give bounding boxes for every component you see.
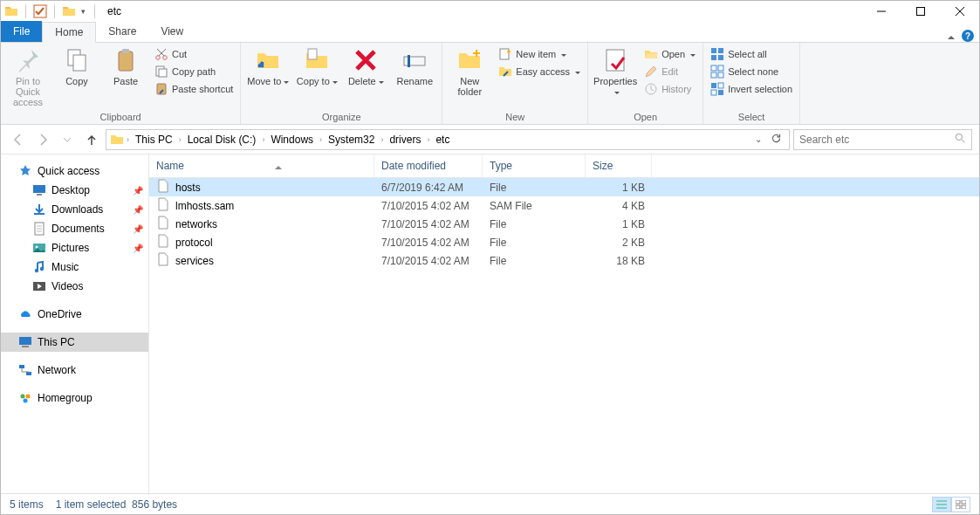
delete-button[interactable]: Delete (344, 45, 387, 111)
refresh-icon[interactable] (767, 133, 785, 147)
move-to-button[interactable]: Move to (246, 45, 290, 111)
history-button[interactable]: History (642, 81, 697, 97)
chevron-right-icon[interactable]: › (261, 135, 265, 144)
documents-icon (32, 222, 46, 236)
copy-to-icon (303, 46, 331, 74)
maximize-button[interactable] (901, 1, 940, 22)
file-icon (156, 179, 170, 196)
svg-rect-20 (718, 55, 723, 60)
svg-point-35 (35, 269, 38, 272)
new-item-button[interactable]: New item (497, 46, 582, 62)
pin-quick-access-button[interactable]: Pin to Quick access (6, 45, 50, 111)
breadcrumb[interactable]: etc (432, 134, 453, 146)
svg-rect-12 (404, 57, 425, 65)
thumbnails-view-button[interactable] (951, 497, 970, 512)
breadcrumb[interactable]: This PC (132, 134, 176, 146)
minimize-button[interactable] (861, 1, 901, 22)
cut-button[interactable]: Cut (153, 46, 235, 62)
edit-button[interactable]: Edit (642, 64, 697, 79)
svg-rect-41 (26, 372, 31, 375)
breadcrumb[interactable]: System32 (325, 134, 378, 146)
search-box[interactable] (793, 129, 972, 150)
nav-documents[interactable]: Documents📌 (1, 219, 148, 238)
pin-icon: 📌 (133, 244, 143, 253)
nav-homegroup[interactable]: Homegroup (1, 388, 148, 408)
easy-access-button[interactable]: Easy access (497, 64, 582, 79)
nav-videos[interactable]: Videos (1, 277, 148, 296)
column-name[interactable]: Name (149, 154, 374, 177)
rename-button[interactable]: Rename (393, 45, 436, 111)
address-dropdown-icon[interactable]: ⌄ (751, 134, 765, 144)
ribbon: Pin to Quick access Copy Paste Cut Copy … (1, 43, 979, 125)
nav-onedrive[interactable]: OneDrive (1, 305, 148, 324)
close-button[interactable] (940, 1, 979, 22)
nav-desktop[interactable]: Desktop📌 (1, 181, 148, 200)
downloads-icon (32, 203, 46, 216)
breadcrumb[interactable]: drivers (386, 134, 424, 146)
group-select: Select all Select none Invert selection … (703, 43, 800, 124)
svg-point-36 (40, 267, 44, 271)
file-row[interactable]: networks7/10/2015 4:02 AMFile1 KB (149, 215, 979, 233)
file-name: networks (175, 218, 217, 230)
group-new: New folder New item Easy access New (442, 43, 588, 124)
file-row[interactable]: hosts6/7/2019 6:42 AMFile1 KB (149, 178, 979, 196)
breadcrumb[interactable]: Windows (267, 134, 317, 146)
collapse-ribbon-icon[interactable] (948, 32, 955, 39)
properties-button[interactable]: Properties (593, 45, 637, 111)
search-icon[interactable] (955, 133, 966, 147)
select-none-button[interactable]: Select none (709, 64, 794, 79)
nav-quick-access[interactable]: Quick access (1, 161, 148, 181)
select-all-button[interactable]: Select all (709, 46, 794, 62)
column-size[interactable]: Size (586, 154, 652, 177)
qat-checkbox-icon[interactable] (33, 4, 47, 18)
chevron-right-icon[interactable]: › (126, 135, 130, 144)
sort-icon (275, 162, 282, 169)
details-view-button[interactable] (932, 497, 951, 512)
tab-home[interactable]: Home (42, 22, 96, 43)
column-date[interactable]: Date modified (374, 154, 483, 177)
tab-file[interactable]: File (1, 21, 42, 42)
tab-share[interactable]: Share (96, 21, 148, 42)
chevron-right-icon[interactable]: › (380, 135, 384, 144)
column-type[interactable]: Type (483, 154, 586, 177)
open-button[interactable]: Open (642, 46, 697, 62)
forward-button[interactable] (32, 129, 53, 150)
folder-icon (110, 133, 124, 147)
svg-rect-19 (711, 55, 716, 60)
chevron-right-icon[interactable]: › (178, 135, 182, 144)
file-row[interactable]: lmhosts.sam7/10/2015 4:02 AMSAM File4 KB (149, 196, 979, 215)
invert-selection-button[interactable]: Invert selection (709, 81, 794, 97)
copy-button[interactable]: Copy (55, 45, 99, 111)
chevron-right-icon[interactable]: › (319, 135, 323, 144)
nav-pictures[interactable]: Pictures📌 (1, 238, 148, 258)
recent-locations-button[interactable] (57, 129, 78, 150)
nav-downloads[interactable]: Downloads📌 (1, 200, 148, 219)
copy-to-button[interactable]: Copy to (295, 45, 339, 111)
svg-rect-38 (19, 337, 31, 345)
svg-rect-40 (19, 365, 24, 368)
nav-this-pc[interactable]: This PC (1, 333, 148, 352)
help-icon[interactable]: ? (962, 30, 974, 42)
file-size: 2 KB (586, 237, 652, 249)
svg-rect-1 (916, 8, 924, 16)
back-button[interactable] (8, 129, 29, 150)
new-folder-button[interactable]: New folder (448, 45, 491, 111)
paste-shortcut-button[interactable]: Paste shortcut (153, 81, 235, 97)
file-row[interactable]: services7/10/2015 4:02 AMFile18 KB (149, 251, 979, 270)
file-row[interactable]: protocol7/10/2015 4:02 AMFile2 KB (149, 233, 979, 251)
breadcrumb[interactable]: Local Disk (C:) (184, 134, 260, 146)
file-type: File (483, 182, 586, 194)
up-button[interactable] (81, 129, 102, 150)
nav-music[interactable]: Music (1, 258, 148, 277)
svg-rect-30 (33, 185, 45, 193)
window-title: etc (107, 5, 121, 17)
tab-view[interactable]: View (148, 21, 195, 42)
qat-dropdown-icon[interactable]: ▾ (79, 7, 87, 16)
svg-rect-14 (500, 49, 509, 59)
nav-network[interactable]: Network (1, 360, 148, 380)
chevron-right-icon[interactable]: › (426, 135, 430, 144)
address-bar[interactable]: › This PC › Local Disk (C:) › Windows › … (106, 129, 790, 150)
copy-path-button[interactable]: Copy path (153, 64, 235, 79)
paste-button[interactable]: Paste (104, 45, 147, 111)
search-input[interactable] (799, 134, 939, 146)
